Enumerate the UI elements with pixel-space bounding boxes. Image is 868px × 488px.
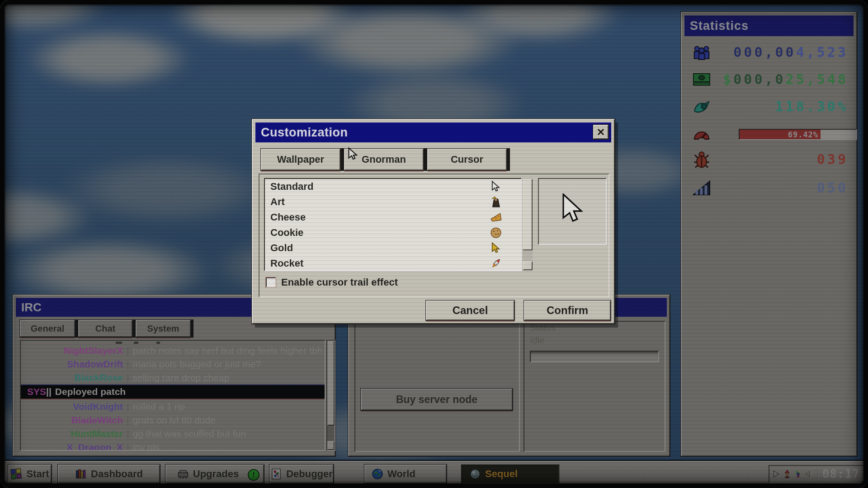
- tab-separator: [341, 148, 344, 171]
- cursor-option-art[interactable]: Art: [265, 194, 521, 210]
- tab-wallpaper-label: Wallpaper: [277, 154, 324, 165]
- tab-separator: [424, 148, 427, 171]
- cursor-option-label: Cookie: [270, 227, 303, 239]
- tab-separator: [507, 148, 510, 171]
- cookie-cursor-icon: [490, 227, 502, 239]
- cursor-list-scrollbar-button[interactable]: [523, 261, 533, 270]
- cursor-option-cheese[interactable]: Cheese: [265, 210, 521, 225]
- close-button[interactable]: [593, 125, 609, 139]
- gold-cursor-icon: [490, 242, 502, 254]
- art-cursor-icon: [490, 196, 502, 208]
- cursor-trail-label: Enable cursor trail effect: [281, 277, 398, 288]
- tab-wallpaper[interactable]: Wallpaper: [261, 149, 340, 170]
- dialog-title: Customization: [261, 126, 348, 140]
- cursor-option-gold[interactable]: Gold: [265, 240, 521, 256]
- close-icon: [597, 128, 605, 136]
- cursor-option-rocket[interactable]: Rocket: [265, 256, 521, 271]
- confirm-button[interactable]: Confirm: [524, 300, 611, 320]
- rocket-cursor-icon: [490, 258, 502, 269]
- cheese-cursor-icon: [490, 211, 502, 223]
- cursor-list-scrollbar-thumb[interactable]: [523, 179, 533, 250]
- cancel-button[interactable]: Cancel: [426, 300, 514, 320]
- cursor-option-standard[interactable]: Standard: [265, 179, 521, 194]
- cursor-settings-group: Standard Art Cheese: [259, 174, 609, 297]
- tab-cursor[interactable]: Cursor: [427, 149, 507, 170]
- cursor-preview-arrow: [561, 193, 584, 226]
- cursor-list[interactable]: Standard Art Cheese: [264, 178, 522, 271]
- cursor-list-scrollbar[interactable]: [523, 178, 533, 271]
- cursor-option-label: Cheese: [270, 211, 306, 223]
- cursor-trail-checkbox[interactable]: [266, 277, 276, 287]
- cursor-option-label: Art: [270, 196, 285, 208]
- standard-cursor-icon: [490, 181, 502, 192]
- cursor-option-cookie[interactable]: Cookie: [265, 225, 521, 240]
- cursor-option-label: Gold: [270, 242, 293, 254]
- mouse-pointer-icon: [347, 147, 359, 161]
- cursor-preview-box: [538, 178, 607, 245]
- dialog-titlebar[interactable]: Customization: [255, 122, 611, 142]
- tab-cursor-label: Cursor: [451, 154, 483, 165]
- cursor-option-label: Rocket: [270, 258, 303, 269]
- crt-screen: Statistics 000,004,523 $000,025,548: [0, 0, 868, 488]
- customization-dialog: Customization Wallpaper Gnorman Cursor S…: [252, 119, 615, 324]
- cursor-option-label: Standard: [270, 181, 313, 192]
- tab-gnorman-label: Gnorman: [362, 154, 406, 165]
